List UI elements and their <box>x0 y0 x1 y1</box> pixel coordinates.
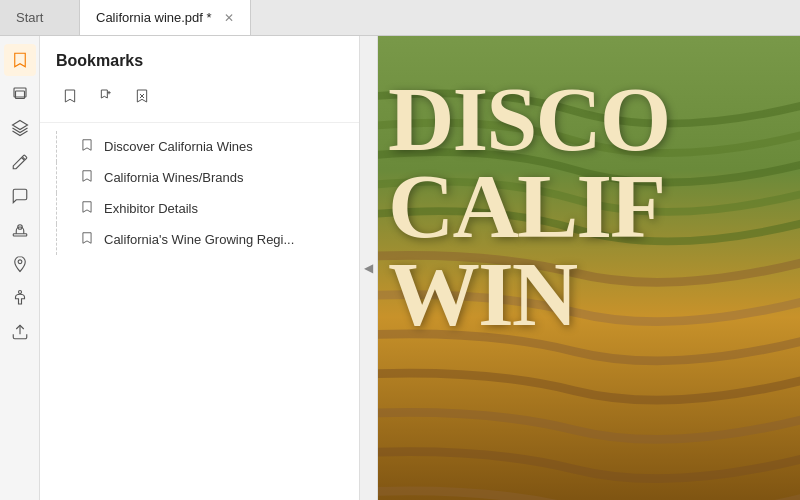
bookmarks-title: Bookmarks <box>40 36 359 78</box>
add-child-bookmark-icon <box>98 88 114 104</box>
bookmarks-actions <box>40 78 359 123</box>
bookmark-item-label: Exhibitor Details <box>104 201 198 216</box>
bookmark-item-icon <box>80 169 94 186</box>
export-icon <box>11 323 29 341</box>
icon-toolbar <box>0 36 40 500</box>
pin-icon <box>11 255 29 273</box>
toolbar-edit-button[interactable] <box>4 146 36 178</box>
toolbar-export-button[interactable] <box>4 316 36 348</box>
tab-pdf[interactable]: California wine.pdf * ✕ <box>80 0 251 35</box>
pdf-title-line2: CALIF <box>388 163 800 250</box>
bookmark-item-icon <box>80 200 94 217</box>
pages-icon <box>11 85 29 103</box>
toolbar-location-button[interactable] <box>4 248 36 280</box>
tab-pdf-label: California wine.pdf * <box>96 10 212 25</box>
bookmark-item[interactable]: California's Wine Growing Regi... <box>40 224 359 255</box>
delete-bookmark-icon <box>134 88 150 104</box>
bookmark-item[interactable]: California Wines/Brands <box>40 162 359 193</box>
pdf-cover: DISCO CALIF WIN <box>378 36 800 500</box>
collapse-panel-button[interactable]: ◀ <box>360 36 378 500</box>
layers-icon <box>11 119 29 137</box>
pdf-title-line1: DISCO <box>388 76 800 163</box>
tab-close-button[interactable]: ✕ <box>224 11 234 25</box>
bookmark-item-label: California Wines/Brands <box>104 170 243 185</box>
toolbar-comment-button[interactable] <box>4 180 36 212</box>
svg-point-6 <box>18 291 21 294</box>
svg-marker-2 <box>12 121 27 130</box>
toolbar-bookmark-button[interactable] <box>4 44 36 76</box>
bookmark-item-icon <box>80 138 94 155</box>
comment-icon <box>11 187 29 205</box>
tab-start[interactable]: Start <box>0 0 80 35</box>
tab-bar: Start California wine.pdf * ✕ <box>0 0 800 36</box>
collapse-icon: ◀ <box>364 261 373 275</box>
svg-rect-3 <box>13 234 27 236</box>
bookmarks-panel: Bookmarks <box>40 36 360 500</box>
toolbar-pages-button[interactable] <box>4 78 36 110</box>
bookmark-item-label: Discover California Wines <box>104 139 253 154</box>
bookmark-icon <box>11 51 29 69</box>
toolbar-layers-button[interactable] <box>4 112 36 144</box>
bookmark-item[interactable]: Exhibitor Details <box>40 193 359 224</box>
pdf-title-overlay: DISCO CALIF WIN <box>388 76 800 338</box>
add-bookmark-icon <box>62 88 78 104</box>
toolbar-stamp-button[interactable] <box>4 214 36 246</box>
bookmark-item-label: California's Wine Growing Regi... <box>104 232 294 247</box>
delete-bookmark-button[interactable] <box>128 82 156 110</box>
person-icon <box>11 289 29 307</box>
bookmark-item[interactable]: Discover California Wines <box>40 131 359 162</box>
pdf-title-line3: WIN <box>388 251 800 338</box>
add-child-bookmark-button[interactable] <box>92 82 120 110</box>
toolbar-accessibility-button[interactable] <box>4 282 36 314</box>
bookmark-list: Discover California Wines California Win… <box>40 123 359 500</box>
bookmark-item-icon <box>80 231 94 248</box>
pencil-icon <box>11 153 29 171</box>
pdf-preview: DISCO CALIF WIN <box>378 36 800 500</box>
main-content: Bookmarks <box>0 36 800 500</box>
add-bookmark-button[interactable] <box>56 82 84 110</box>
stamp-icon <box>11 221 29 239</box>
tab-start-label: Start <box>16 10 43 25</box>
svg-point-5 <box>18 260 22 264</box>
